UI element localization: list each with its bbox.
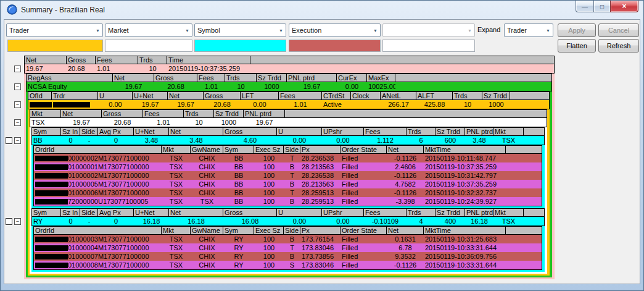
order-row[interactable]: 01000003M173077100000TSXCHIXRY100B173.76… bbox=[34, 235, 542, 243]
column-header-mkttime[interactable]: MktTime bbox=[424, 227, 506, 234]
column-header-side[interactable]: Side bbox=[80, 209, 98, 216]
column-header-side[interactable]: Side bbox=[284, 227, 300, 234]
column-header-sz-trdd[interactable]: Sz Trdd bbox=[436, 209, 465, 216]
column-header-mkt[interactable]: Mkt bbox=[162, 227, 191, 234]
column-header-fees[interactable]: Fees bbox=[364, 128, 407, 135]
column-header-net[interactable]: Net bbox=[169, 128, 223, 135]
collapse-toggle-symbol-ry[interactable]: − bbox=[14, 218, 21, 225]
column-header-order-state[interactable]: Order State bbox=[341, 227, 387, 234]
column-header-u-net[interactable]: U+Net bbox=[134, 209, 169, 216]
extra-filter-input[interactable] bbox=[382, 40, 475, 52]
order-row[interactable]: 01000006M173077100000TSXCHIXBB100T28.259… bbox=[34, 188, 542, 197]
column-header-mkttime[interactable]: MktTime bbox=[424, 146, 506, 153]
column-header-u[interactable]: U bbox=[98, 92, 133, 99]
column-header-gross[interactable]: Gross bbox=[102, 110, 143, 117]
column-header-fees[interactable]: Fees bbox=[364, 209, 407, 216]
column-header-sz-in[interactable]: Sz In bbox=[61, 209, 80, 216]
column-header-pnl-ptrd[interactable]: PNL ptrd bbox=[465, 128, 493, 135]
collapse-toggle-summary[interactable]: − bbox=[14, 65, 21, 72]
column-header-trds[interactable]: Trds bbox=[453, 92, 482, 99]
column-header-px[interactable]: Px bbox=[300, 227, 341, 234]
column-header-net[interactable]: Net bbox=[387, 227, 424, 234]
column-header-trds[interactable]: Trds bbox=[138, 56, 167, 64]
symbol-row-ry[interactable]: RY0-016.1816.1816.080.000.00-0.101094400… bbox=[32, 217, 544, 226]
column-header-px[interactable]: Px bbox=[300, 146, 341, 153]
column-header-side[interactable]: Side bbox=[80, 128, 98, 135]
column-header-trds[interactable]: Trds bbox=[407, 209, 436, 216]
order-row[interactable]: 01000007M173077100000TSXCHIXRY100B173.73… bbox=[34, 252, 542, 261]
column-header-order-state[interactable]: Order State bbox=[341, 146, 387, 153]
collapse-toggle-regass[interactable]: − bbox=[14, 83, 21, 90]
column-header-regass[interactable]: RegAss bbox=[27, 74, 113, 82]
symbol-row-bb[interactable]: BB0-03.483.484.600.000.001.11266003.48TS… bbox=[32, 136, 544, 145]
column-header-sym[interactable]: Sym bbox=[32, 128, 61, 135]
column-header-net[interactable]: Net bbox=[113, 74, 154, 82]
order-row[interactable]: 01000004M173077100000TSXCHIXRY100T173.83… bbox=[34, 243, 542, 252]
minimize-button[interactable]: — bbox=[576, 1, 594, 12]
column-header-ordrid[interactable]: OrdrId bbox=[34, 227, 162, 234]
column-header-sz-trdd[interactable]: Sz Trdd bbox=[482, 92, 510, 99]
column-header-trds[interactable]: Trds bbox=[225, 74, 257, 82]
column-header-avg-px[interactable]: Avg Px bbox=[98, 128, 134, 135]
order-row[interactable]: 01000001M173077100000TSXCHIXBB100B28.213… bbox=[34, 162, 542, 171]
column-header-fees[interactable]: Fees bbox=[143, 110, 184, 117]
column-header-anetl[interactable]: ANetL bbox=[381, 92, 416, 99]
column-header-lft[interactable]: LFT bbox=[241, 92, 279, 99]
column-header-gross[interactable]: Gross bbox=[67, 56, 96, 64]
trader-row[interactable]: 0.0019.6719.6720.680.001.01Active266.174… bbox=[28, 100, 549, 109]
column-header-sz-trdd[interactable]: Sz Trdd bbox=[214, 110, 244, 117]
column-header-mkt[interactable]: Mkt bbox=[493, 209, 524, 216]
apply-button[interactable]: Apply bbox=[558, 23, 596, 37]
flatten-button[interactable]: Flatten bbox=[558, 39, 596, 53]
column-header-trdr[interactable]: Trdr bbox=[52, 92, 98, 99]
column-header-gross[interactable]: Gross bbox=[154, 74, 197, 82]
column-header-u-net[interactable]: U+Net bbox=[133, 92, 168, 99]
column-header-u-net[interactable]: U+Net bbox=[134, 128, 169, 135]
column-header-sym[interactable]: Sym bbox=[32, 209, 61, 216]
column-header-mkt[interactable]: Mkt bbox=[493, 128, 524, 135]
column-header-exec-sz[interactable]: Exec Sz bbox=[254, 227, 284, 234]
column-header-trds[interactable]: Trds bbox=[184, 110, 214, 117]
column-header-mkt[interactable]: Mkt bbox=[30, 110, 61, 117]
order-row[interactable]: 01000002M173077100000TSXCHIXBB100T28.236… bbox=[34, 171, 542, 180]
column-header-alft[interactable]: ALFT bbox=[416, 92, 453, 99]
column-header-fees[interactable]: Fees bbox=[279, 92, 322, 99]
market-filter-input[interactable] bbox=[105, 40, 192, 52]
column-header-ctrdst[interactable]: CTrdSt bbox=[322, 92, 351, 99]
column-header-upshr[interactable]: UPshr bbox=[322, 128, 364, 135]
column-header-ofid[interactable]: OfId bbox=[28, 92, 52, 99]
title-bar[interactable]: Summary - Brazilian Real — □ × bbox=[1, 1, 643, 19]
trader-filter-input[interactable] bbox=[7, 40, 103, 52]
column-header-u[interactable]: U bbox=[277, 209, 322, 216]
market-filter-dropdown[interactable]: Market ▼ bbox=[105, 23, 192, 37]
column-header-pnl-ptrd[interactable]: PNL ptrd bbox=[465, 209, 493, 216]
column-header-sz-trdd[interactable]: Sz Trdd bbox=[257, 74, 287, 82]
column-header-net[interactable]: Net bbox=[25, 56, 67, 64]
collapse-toggle-market[interactable]: − bbox=[14, 119, 21, 126]
refresh-button[interactable]: Refresh bbox=[598, 39, 639, 53]
order-row[interactable]: 72000000U173077100005TSXTSXBB100B28.2595… bbox=[34, 197, 542, 206]
summary-row[interactable]: 19.6720.681.011020150119-10:37:35.259 bbox=[25, 64, 554, 73]
order-row[interactable]: 01000008M173077100000TSXCHIXRY100S173.83… bbox=[34, 261, 542, 269]
column-header-gross[interactable]: Gross bbox=[223, 209, 277, 216]
regass-row[interactable]: NCSA Equity19.6720.681.0110100019.670.00… bbox=[27, 82, 551, 91]
maximize-button[interactable]: □ bbox=[593, 1, 611, 12]
column-header-fees[interactable]: Fees bbox=[96, 56, 138, 64]
column-header-avg-px[interactable]: Avg Px bbox=[98, 209, 134, 216]
cancel-button[interactable]: Cancel bbox=[598, 23, 639, 37]
column-header-net[interactable]: Net bbox=[168, 92, 204, 99]
order-row[interactable]: 01000005M173077100000TSXCHIXBB100B28.213… bbox=[34, 180, 542, 188]
column-header-sym[interactable]: Sym bbox=[223, 227, 254, 234]
column-header-net[interactable]: Net bbox=[61, 110, 102, 117]
column-header-gross[interactable]: Gross bbox=[204, 92, 241, 99]
column-header-gross[interactable]: Gross bbox=[223, 128, 277, 135]
column-header-sz-in[interactable]: Sz In bbox=[61, 128, 80, 135]
column-header-side[interactable]: Side bbox=[284, 146, 300, 153]
column-header-fees[interactable]: Fees bbox=[197, 74, 225, 82]
market-row[interactable]: TSX19.6720.681.0110100019.67 bbox=[30, 118, 547, 127]
execution-filter-dropdown[interactable]: Execution ▼ bbox=[289, 23, 381, 37]
trader-filter-dropdown[interactable]: Trader ▼ bbox=[6, 23, 103, 37]
extra-filter-dropdown[interactable]: ▼ bbox=[382, 23, 475, 37]
column-header-net[interactable]: Net bbox=[169, 209, 223, 216]
execution-filter-input[interactable] bbox=[289, 40, 381, 52]
